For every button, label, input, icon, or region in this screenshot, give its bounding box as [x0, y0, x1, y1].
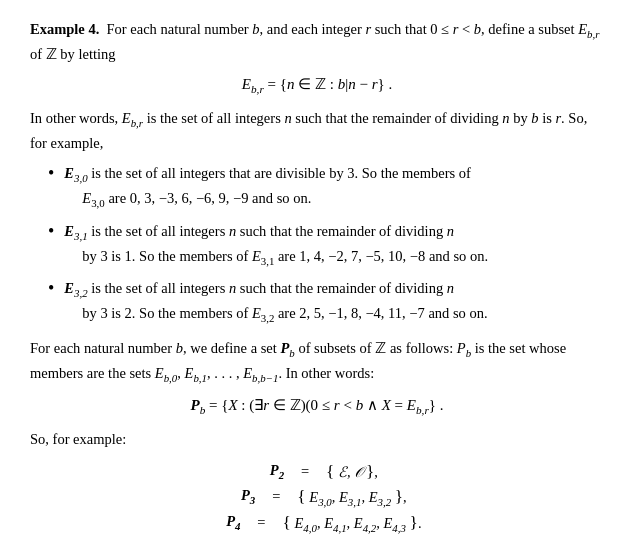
p4-rhs: { E4,0, E4,1, E4,2, E4,3 }. [282, 512, 421, 534]
pb-display: Pb = {X : (∃r ∈ ℤ)(0 ≤ r < b ∧ X = Eb,r}… [30, 396, 604, 416]
p2-lhs: P2 [256, 462, 284, 481]
list-item: • E3,1 is the set of all integers n such… [30, 220, 604, 269]
display-def: Eb,r = {n ∈ ℤ : b|n − r} . [30, 75, 604, 95]
p4-lhs: P4 [212, 513, 240, 532]
bullet-dot: • [48, 162, 54, 185]
p3-lhs: P3 [227, 487, 255, 506]
bullet-list: • E3,0 is the set of all integers that a… [30, 162, 604, 326]
example-title: Example 4. [30, 21, 99, 37]
example-intro: Example 4. For each natural number b, an… [30, 18, 604, 65]
list-item: • E3,0 is the set of all integers that a… [30, 162, 604, 211]
p2-eq: = [298, 463, 312, 480]
examples-table: P2 = { ℰ, 𝒪 }, P3 = { E3,0, E3,1, E3,2 }… [30, 461, 604, 538]
page-content: Example 4. For each natural number b, an… [30, 18, 604, 539]
example-p3: P3 = { E3,0, E3,1, E3,2 }, [227, 486, 406, 508]
p3-rhs: { E3,0, E3,1, E3,2 }, [297, 486, 406, 508]
example-p4: P4 = { E4,0, E4,1, E4,2, E4,3 }. [212, 512, 421, 534]
other-words-paragraph: In other words, Eb,r is the set of all i… [30, 107, 604, 154]
bullet-content-2: E3,1 is the set of all integers n such t… [64, 220, 604, 269]
p2-rhs: { ℰ, 𝒪 }, [326, 461, 378, 482]
bullet-dot: • [48, 220, 54, 243]
bullet-content-3: E3,2 is the set of all integers n such t… [64, 277, 604, 326]
pb-intro: For each natural number b, we define a s… [30, 337, 604, 386]
p3-eq: = [269, 488, 283, 505]
example-p2: P2 = { ℰ, 𝒪 }, [256, 461, 378, 482]
bullet-dot: • [48, 277, 54, 300]
list-item: • E3,2 is the set of all integers n such… [30, 277, 604, 326]
so-for-example: So, for example: [30, 428, 604, 450]
p4-eq: = [254, 514, 268, 531]
bullet-content-1: E3,0 is the set of all integers that are… [64, 162, 604, 211]
